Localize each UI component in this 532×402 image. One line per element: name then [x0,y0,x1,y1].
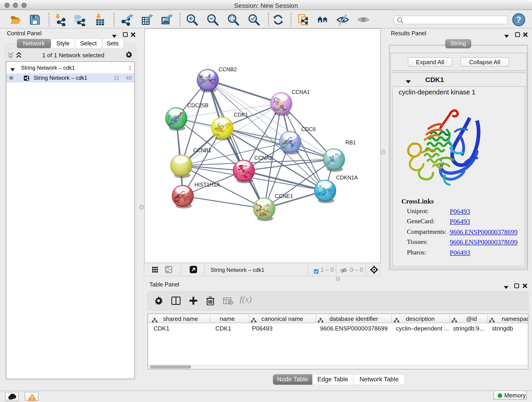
svg-text:CDC25B: CDC25B [187,102,208,108]
svg-text:CDC6: CDC6 [301,126,316,132]
svg-text:CCNB2: CCNB2 [218,66,236,72]
svg-text:?: ? [516,15,521,24]
svg-text:CCNB1: CCNB1 [193,147,211,153]
svg-text:CDKN1A: CDKN1A [336,175,358,181]
svg-text:CCNE1: CCNE1 [275,193,293,199]
svg-text:RB1: RB1 [345,140,356,146]
svg-text:CCNA2: CCNA2 [254,155,272,161]
svg-text:CDK1: CDK1 [234,112,248,118]
svg-text:CCNA1: CCNA1 [291,89,310,95]
svg-text:HIST1H1A: HIST1H1A [194,182,220,188]
